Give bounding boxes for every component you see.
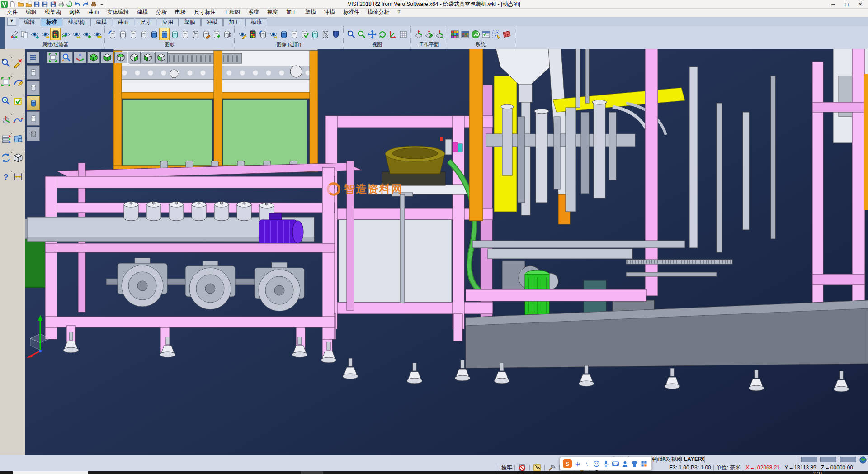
cyl-outline-layer-button[interactable] <box>27 65 40 80</box>
cyl-cyan-button[interactable] <box>310 28 320 40</box>
system-window-button[interactable] <box>481 28 491 40</box>
cyl-white-button[interactable] <box>180 28 190 40</box>
menu-grid-button[interactable] <box>640 460 648 468</box>
menu-item-5[interactable]: 实体编辑 <box>103 8 133 17</box>
cyl-refresh-button[interactable] <box>258 28 268 40</box>
tab-加工[interactable]: 加工 <box>223 18 245 26</box>
dock-layers-button[interactable] <box>1 134 12 145</box>
menu-item-7[interactable]: 分析 <box>152 8 171 17</box>
cube-back-button[interactable] <box>128 52 141 63</box>
menu-item-0[interactable]: 文件 <box>3 8 22 17</box>
wp-axes-move-button[interactable] <box>434 28 444 40</box>
viewport-3d-model[interactable] <box>25 49 868 455</box>
taskbar-search-box[interactable] <box>13 471 88 474</box>
menu-item-16[interactable]: 标准件 <box>339 8 363 17</box>
menu-item-1[interactable]: 编辑 <box>22 8 41 17</box>
dock-refresh-button[interactable] <box>1 153 12 164</box>
dock-sketch-button[interactable] <box>13 77 24 88</box>
undo-button[interactable] <box>74 1 81 8</box>
cyl-outline-layer-button[interactable] <box>27 81 40 95</box>
traffic-light-button[interactable] <box>247 28 258 40</box>
dock-cube-button[interactable] <box>13 153 24 164</box>
redo-button[interactable] <box>82 1 89 8</box>
cube-bottom-button[interactable] <box>101 52 113 63</box>
eye-pencil-button[interactable] <box>237 28 247 40</box>
view-rotate-button[interactable] <box>377 28 387 40</box>
chinese-mode-button[interactable]: 中 <box>574 460 581 468</box>
copy-doc-button[interactable] <box>19 28 29 40</box>
cyl-wire-button[interactable] <box>320 28 330 40</box>
hammer-button[interactable] <box>548 464 556 472</box>
cyl-outline-button[interactable] <box>128 28 138 40</box>
cyl-blue-button[interactable] <box>278 28 289 40</box>
lock-label[interactable]: 拴牢 <box>501 464 512 472</box>
fit-view-button[interactable] <box>1 77 12 88</box>
view-axes-button[interactable] <box>387 28 398 40</box>
dock-help-button[interactable]: ? <box>1 172 12 183</box>
dock-ucs-button[interactable] <box>1 115 12 126</box>
graphics-viewport[interactable]: 智造资料网 <box>25 49 868 455</box>
units-indicator[interactable]: 单位: 毫米 <box>716 464 741 472</box>
wp-axes-edit-button[interactable] <box>424 28 434 40</box>
eye-add-button[interactable] <box>81 28 92 40</box>
save-button[interactable] <box>33 1 40 8</box>
cyl-check-button[interactable] <box>299 28 310 40</box>
eye-plusminus-button[interactable]: +/- <box>71 28 81 40</box>
cyl-white-layer-button[interactable] <box>27 111 40 126</box>
active-layer-indicator[interactable]: LAYER0 <box>684 455 705 464</box>
cube-top-button[interactable] <box>114 52 127 63</box>
globe-icon[interactable] <box>859 456 867 464</box>
dock-check-button[interactable] <box>13 96 24 107</box>
cyl-blue-button[interactable] <box>159 28 170 40</box>
cube-front-button[interactable] <box>155 52 168 63</box>
keyboard-button[interactable] <box>612 460 619 468</box>
zoom-prev-button[interactable] <box>356 28 367 40</box>
visi-logo-button[interactable] <box>1 1 8 8</box>
cyl-outline-button[interactable] <box>138 28 149 40</box>
minimize-button[interactable]: ─ <box>826 0 840 8</box>
color-table-button[interactable] <box>460 28 470 40</box>
new-file-button[interactable] <box>9 1 16 8</box>
tab-标准[interactable]: 标准 <box>41 18 62 26</box>
red-grid-button[interactable] <box>501 28 512 40</box>
picker-button[interactable] <box>533 464 541 472</box>
menu-item-18[interactable]: ? <box>393 8 405 17</box>
no-entry-button[interactable] <box>518 464 526 472</box>
cyl-blue-button[interactable] <box>149 28 159 40</box>
zoom-dynamic-button[interactable] <box>60 52 73 63</box>
view-grid-button[interactable] <box>398 28 408 40</box>
menu-item-4[interactable]: 曲面 <box>84 8 103 17</box>
zoom-select-button[interactable] <box>346 28 356 40</box>
taskbar-button[interactable] <box>301 471 323 474</box>
menu-item-10[interactable]: 工程图 <box>220 8 244 17</box>
menu-item-12[interactable]: 视窗 <box>263 8 282 17</box>
eye-hide-button[interactable] <box>92 28 102 40</box>
menu-item-17[interactable]: 模流分析 <box>363 8 393 17</box>
profile-button[interactable] <box>621 460 629 468</box>
menu-item-14[interactable]: 塑模 <box>301 8 320 17</box>
dock-zoomplus-button[interactable] <box>1 96 12 107</box>
cyl-wrench-button[interactable] <box>222 28 232 40</box>
eye-plusminus-button[interactable]: +/- <box>268 28 278 40</box>
system-wrench-button[interactable] <box>470 28 481 40</box>
menu-item-6[interactable]: 建模 <box>133 8 152 17</box>
eye-minus-button[interactable] <box>40 28 50 40</box>
menu-item-3[interactable]: 网格 <box>65 8 84 17</box>
tab-冲模[interactable]: 冲模 <box>201 18 223 26</box>
menu-item-13[interactable]: 加工 <box>282 8 301 17</box>
print-button[interactable] <box>58 1 65 8</box>
menu-item-15[interactable]: 冲模 <box>320 8 339 17</box>
dock-zoom-button[interactable] <box>1 58 12 69</box>
tab-应用[interactable]: 应用 <box>157 18 179 26</box>
skin-button[interactable] <box>631 460 638 468</box>
maximize-button[interactable]: ◻ <box>840 0 854 8</box>
punctuation-button[interactable]: ’, <box>583 460 591 468</box>
tab-编辑[interactable]: 编辑 <box>19 18 40 26</box>
point-select-button[interactable] <box>491 28 501 40</box>
dock-window-button[interactable] <box>13 134 24 145</box>
ucs-axes-button[interactable] <box>74 52 86 63</box>
cyl-copy-button[interactable] <box>211 28 222 40</box>
tab-尺寸[interactable]: 尺寸 <box>135 18 156 26</box>
open-folder-button[interactable] <box>17 1 24 8</box>
cyl-brush-button[interactable] <box>201 28 211 40</box>
